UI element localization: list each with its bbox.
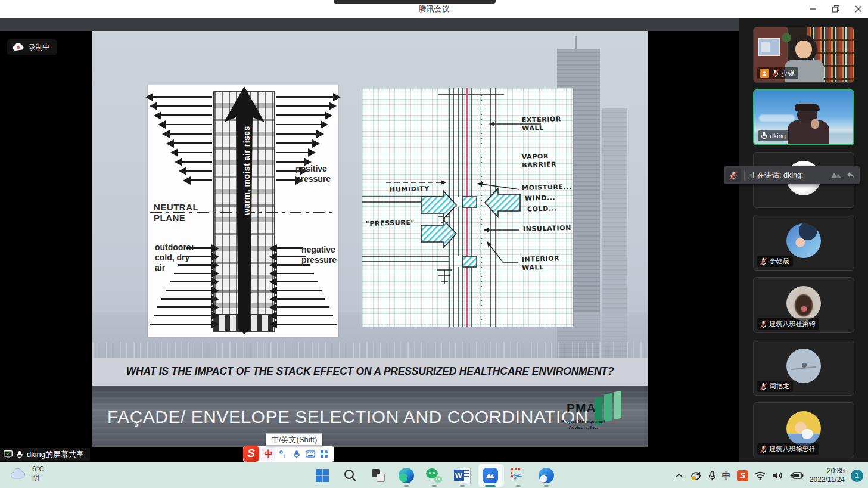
- interior-wall-label: INTERIOR WALL: [522, 254, 567, 272]
- snip-tool-icon: ✂: [511, 468, 526, 483]
- question-band: WHAT IS THE IMPACT OF THE STACK EFFECT O…: [92, 358, 648, 386]
- host-badge-icon: [760, 69, 769, 78]
- stack-effect-diagram: warm, moist air rises NEUTRAL PLANE posi…: [148, 85, 338, 337]
- tray-clock[interactable]: 20:35 2022/11/24: [810, 467, 845, 484]
- participant-name: 建筑八班徐忠祥: [770, 445, 816, 453]
- tray-sync-icon[interactable]: [689, 470, 702, 481]
- vapor-barrier-label: VAPOR BARRIER: [522, 152, 564, 170]
- taskbar-word[interactable]: W: [450, 464, 474, 487]
- sogou-ime-bar: S 中: [243, 446, 334, 462]
- tray-wifi-icon[interactable]: [754, 471, 766, 480]
- qq-browser-icon: [539, 468, 554, 483]
- question-text: WHAT IS THE IMPACT OF THE STACK EFFECT O…: [126, 365, 614, 378]
- humidity-label: HUMIDITY: [390, 185, 430, 194]
- positive-pressure-label: positive pressure: [295, 164, 337, 184]
- ime-toolbox-icon[interactable]: [317, 447, 331, 461]
- window-titlebar: 腾讯会议: [0, 0, 868, 18]
- participant-tile[interactable]: 周艳龙: [753, 340, 854, 396]
- cloud-record-icon: [13, 43, 24, 51]
- slide-title: FAÇADE/ ENVELOPE SELECTION AND COORDINAT…: [107, 407, 589, 427]
- ime-tooltip: 中/英文(Shift): [266, 433, 322, 446]
- tray-mic-icon[interactable]: [708, 471, 716, 481]
- pressure-label: "PRESSURE": [366, 219, 415, 228]
- tencent-meeting-icon: [483, 468, 498, 483]
- participant-name: 余乾晟: [770, 257, 789, 266]
- wechat-icon: [426, 468, 442, 483]
- participant-tile[interactable]: 建筑八班徐忠祥: [753, 402, 854, 458]
- mic-on-icon: [760, 132, 768, 140]
- tray-chevron-up-icon[interactable]: [675, 473, 683, 478]
- minimize-button[interactable]: [808, 4, 818, 14]
- screen-share-icon: [4, 450, 13, 458]
- participant-avatar: [786, 223, 821, 258]
- word-icon: W: [454, 468, 471, 483]
- speaking-toast-text: 正在讲话: dking;: [749, 170, 830, 181]
- mic-muted-icon: [771, 69, 779, 77]
- task-view-button[interactable]: [366, 464, 390, 487]
- clock-date: 2022/11/24: [810, 475, 845, 484]
- recording-badge[interactable]: 录制中: [7, 39, 57, 55]
- screen-share-pill[interactable]: dking的屏幕共享: [0, 448, 90, 461]
- wall-section-sketch: EXTERIOR WALL VAPOR BARRIER MOISTURE... …: [362, 88, 573, 327]
- mic-muted-icon: [760, 445, 767, 453]
- participant-avatar: [786, 349, 821, 383]
- task-view-icon: [372, 469, 385, 482]
- weather-cloud-icon: [10, 468, 27, 480]
- mic-muted-icon: [760, 383, 767, 391]
- pma-logo: PMA Project Management Advisors, Inc.: [553, 390, 630, 438]
- ime-mode-chinese[interactable]: 中: [262, 447, 276, 461]
- screen-share-label: dking的屏幕共享: [27, 449, 84, 460]
- close-button[interactable]: [854, 4, 863, 14]
- restore-button[interactable]: [831, 4, 841, 14]
- weather-condition: 阴: [32, 474, 44, 482]
- toast-meeting-logo-icon[interactable]: [830, 170, 843, 181]
- edge-icon: [399, 468, 414, 483]
- participant-avatar: [786, 411, 821, 446]
- window-title: 腾讯会议: [0, 4, 868, 14]
- taskbar-snip-tool[interactable]: ✂: [506, 464, 530, 487]
- ime-keyboard-icon[interactable]: [303, 447, 317, 461]
- speaking-toast: 正在讲话: dking;: [724, 166, 860, 184]
- cold-label: COLD...: [527, 204, 558, 213]
- participant-tile[interactable]: 建筑八班杜秉锜: [753, 277, 854, 333]
- tray-battery-icon[interactable]: [789, 471, 804, 480]
- mic-muted-icon: [760, 257, 767, 266]
- taskbar-weather-widget[interactable]: 6°C 阴: [10, 465, 44, 482]
- participant-name: 少锐: [782, 69, 795, 78]
- toast-mic-muted-icon[interactable]: [726, 168, 741, 182]
- taskbar-edge[interactable]: [394, 464, 418, 487]
- sogou-logo-icon[interactable]: S: [243, 446, 259, 462]
- tray-volume-icon[interactable]: [772, 471, 783, 480]
- taskbar: 6°C 阴 W: [0, 462, 868, 488]
- tray-sogou-icon[interactable]: S: [737, 470, 748, 481]
- pma-company-line2: Advisors, Inc.: [553, 425, 613, 430]
- notification-badge[interactable]: 1: [851, 470, 863, 482]
- recording-label: 录制中: [29, 42, 50, 52]
- pma-company-line1: Project Management: [553, 419, 613, 424]
- participant-avatar: [786, 286, 821, 321]
- shared-slide: warm, moist air rises NEUTRAL PLANE posi…: [92, 31, 648, 447]
- participants-sidebar: 少锐 dking: [739, 18, 868, 462]
- participant-tile[interactable]: dking: [753, 89, 854, 145]
- ime-voice-icon[interactable]: [290, 447, 303, 461]
- taskbar-tencent-meeting[interactable]: [478, 464, 502, 487]
- stack-arrow-label: warm, moist air rises: [242, 126, 251, 215]
- share-mic-icon: [16, 450, 23, 459]
- moisture-label: MOISTURE...: [522, 183, 572, 192]
- screen: 腾讯会议 warm, moist air rises: [0, 0, 868, 488]
- toast-reply-arrow-icon[interactable]: [845, 171, 855, 179]
- taskbar-qq-browser[interactable]: [534, 464, 558, 487]
- participant-name: 周艳龙: [770, 382, 789, 391]
- taskbar-wechat[interactable]: [422, 464, 446, 487]
- start-button[interactable]: [310, 464, 334, 487]
- wind-label: WIND...: [525, 194, 556, 203]
- slide-title-band: FAÇADE/ ENVELOPE SELECTION AND COORDINAT…: [92, 386, 648, 447]
- tray-ime-indicator-icon[interactable]: 中: [722, 470, 731, 481]
- participant-name: 建筑八班杜秉锜: [770, 319, 816, 328]
- participant-tile[interactable]: 少锐: [753, 27, 854, 83]
- search-button[interactable]: [338, 464, 362, 487]
- ime-punctuation-icon[interactable]: [276, 447, 290, 461]
- exterior-wall-label: EXTERIOR WALL: [522, 115, 567, 133]
- insulation-label: INSULATION: [523, 224, 571, 234]
- participant-tile[interactable]: 余乾晟: [753, 215, 854, 271]
